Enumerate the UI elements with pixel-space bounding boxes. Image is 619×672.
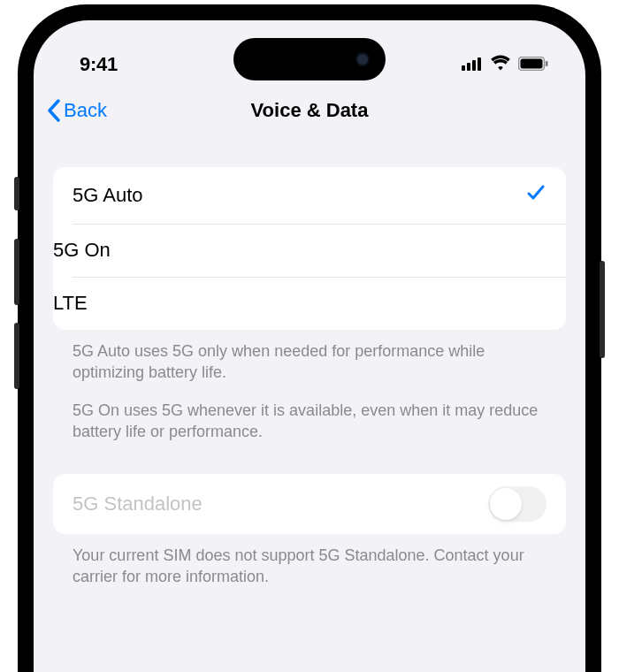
svg-rect-2 — [472, 60, 476, 71]
status-icons — [462, 53, 548, 76]
checkmark-icon — [525, 182, 546, 209]
standalone-toggle[interactable] — [488, 486, 546, 522]
options-list: 5G Auto 5G On LTE — [53, 167, 566, 330]
page-title: Voice & Data — [251, 99, 369, 122]
volume-down-button — [14, 323, 19, 389]
chevron-left-icon — [46, 98, 62, 123]
volume-up-button — [14, 239, 19, 305]
phone-frame: 9:41 Back Voice & Data — [18, 4, 601, 672]
status-time: 9:41 — [80, 53, 118, 76]
front-camera — [355, 52, 370, 66]
power-button — [600, 261, 605, 358]
back-label: Back — [64, 99, 107, 122]
footer-5g-auto: 5G Auto uses 5G only when needed for per… — [53, 330, 566, 384]
option-label: 5G On — [53, 239, 111, 262]
content-area: 5G Auto 5G On LTE 5G Auto uses 5G only w… — [34, 137, 585, 588]
svg-rect-0 — [462, 65, 465, 71]
option-5g-on[interactable]: 5G On — [53, 224, 566, 277]
svg-rect-5 — [521, 59, 543, 69]
cellular-signal-icon — [462, 53, 483, 76]
navigation-bar: Back Voice & Data — [34, 84, 585, 137]
option-lte[interactable]: LTE — [53, 277, 566, 330]
footer-5g-on: 5G On uses 5G whenever it is available, … — [53, 384, 566, 443]
battery-icon — [518, 53, 548, 76]
option-5g-auto[interactable]: 5G Auto — [53, 167, 566, 224]
option-label: LTE — [53, 292, 88, 315]
svg-rect-6 — [546, 61, 548, 66]
ring-switch — [14, 177, 19, 210]
svg-rect-1 — [467, 63, 470, 71]
svg-rect-3 — [478, 57, 481, 71]
back-button[interactable]: Back — [46, 98, 107, 123]
screen: 9:41 Back Voice & Data — [34, 20, 585, 672]
footer-standalone: Your current SIM does not support 5G Sta… — [53, 534, 566, 588]
dynamic-island — [233, 38, 386, 80]
wifi-icon — [490, 53, 511, 76]
option-label: 5G Auto — [73, 184, 143, 207]
standalone-label: 5G Standalone — [73, 493, 203, 515]
standalone-row: 5G Standalone — [53, 474, 566, 534]
